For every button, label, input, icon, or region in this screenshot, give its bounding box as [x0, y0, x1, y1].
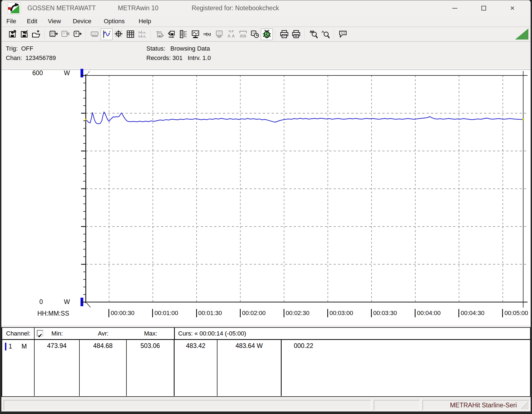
- plot-svg[interactable]: [1, 70, 531, 326]
- statusbar-panel-main: [4, 400, 372, 410]
- toolbar-separator: [334, 29, 334, 40]
- minimize-icon: [452, 8, 457, 9]
- title-brand: GOSSEN METRAWATT: [27, 4, 96, 12]
- menu-view[interactable]: View: [48, 17, 73, 25]
- display-1257-button: 1257: [89, 28, 101, 40]
- measurement-table: Channel: ✔ Min: Avr: Max: Curs: « 00:00:…: [1, 327, 531, 397]
- toolbar-separator: [45, 29, 45, 40]
- device-321-export-button[interactable]: 321: [48, 28, 59, 40]
- x-tick-label: 00:04:30: [458, 309, 484, 317]
- zoom-out-icon: [321, 30, 330, 38]
- menu-device[interactable]: Device: [73, 17, 104, 25]
- channel-list-icon: [179, 30, 188, 38]
- svg-text:321: 321: [51, 32, 55, 35]
- statusbar-panel-device: METRAHit Starline-Seri: [422, 400, 530, 410]
- save-export-icon: [8, 30, 17, 38]
- connected-device-label: METRAHit Starline-Seri: [450, 402, 517, 409]
- formula-fx-icon: =f(x): [203, 30, 212, 38]
- monitor-live-button[interactable]: [190, 28, 201, 40]
- zoom-in-icon: [309, 30, 318, 38]
- x-tick-label: 00:01:30: [196, 309, 222, 317]
- x-tick-label: 00:02:00: [240, 309, 266, 317]
- print-report-button[interactable]: [290, 28, 302, 40]
- channel-number: 1: [9, 343, 12, 350]
- cursor-header: Curs: « 00:00:14 (-05:00): [174, 328, 530, 339]
- toolbar-separator: [86, 29, 86, 40]
- x-tick-label: 00:05:00: [502, 309, 528, 317]
- acquisition-status-panel: Trig: OFF Status: Browsing Data Chan: 12…: [1, 42, 531, 69]
- close-button[interactable]: ✕: [498, 2, 527, 14]
- channel-mode: M: [22, 343, 27, 350]
- device-321-read-button: 321: [213, 28, 225, 40]
- histogram-icon: [138, 30, 147, 38]
- crosshair-target-button[interactable]: [113, 28, 124, 40]
- channel-visible-checkbox[interactable]: ✔: [37, 330, 43, 337]
- svg-text:M: M: [75, 32, 77, 35]
- slider-save-button: [154, 28, 166, 40]
- x-axis-title: HH:MM:SS: [37, 310, 69, 317]
- channel-cell: 1 M: [2, 340, 35, 396]
- channel-header: Channel:: [2, 328, 35, 339]
- toolbar-separator: [305, 29, 305, 40]
- avr-value: 484.68: [80, 340, 127, 396]
- open-folder-button[interactable]: [30, 28, 42, 40]
- menu-file[interactable]: File: [6, 17, 27, 25]
- trig-value: OFF: [21, 45, 33, 52]
- cursor-left-value: 483.42: [175, 340, 217, 396]
- resize-grip[interactable]: [521, 402, 528, 409]
- recorder-clock-button[interactable]: 12: [249, 28, 261, 40]
- toolbar-separator: [275, 29, 276, 40]
- display-1257-icon: 1257: [90, 30, 99, 38]
- data-table-button[interactable]: [124, 28, 136, 40]
- title-registered: Registered for: Notebookcheck: [192, 4, 279, 12]
- slider-restore-icon: [167, 30, 176, 38]
- x-tick-label: 00:02:30: [284, 309, 310, 317]
- svg-text:1257: 1257: [92, 32, 97, 35]
- menu-bar: File Edit View Device Options Help: [1, 16, 531, 27]
- menu-options[interactable]: Options: [104, 17, 139, 25]
- cursor-right-value: 483.64 W: [217, 340, 282, 396]
- channel-list-button[interactable]: [178, 28, 190, 40]
- zoom-in-button[interactable]: [308, 28, 320, 40]
- save-import-button[interactable]: [18, 28, 30, 40]
- open-folder-icon: [32, 30, 40, 38]
- bug-icon: [263, 30, 271, 38]
- data-table-icon: [126, 30, 135, 38]
- device-m-export-button[interactable]: M: [71, 28, 83, 40]
- zoom-out-button[interactable]: [320, 28, 331, 40]
- toolbar-separator: [151, 29, 151, 40]
- status-label: Status: Browsing Data: [146, 45, 210, 52]
- menu-edit[interactable]: Edit: [27, 17, 48, 25]
- measurement-table-header: Channel: ✔ Min: Avr: Max: Curs: « 00:00:…: [2, 328, 530, 340]
- max-value: 503.06: [127, 340, 175, 396]
- minimize-button[interactable]: [440, 2, 469, 14]
- slider-restore-button[interactable]: [166, 28, 178, 40]
- menu-help[interactable]: Help: [139, 17, 151, 25]
- device-321-read-icon: 321: [215, 30, 224, 38]
- device-m-export-icon: M: [73, 30, 82, 38]
- trig-label: Trig: OFF: [6, 45, 33, 54]
- slider-save-icon: [155, 30, 164, 38]
- bug-button[interactable]: [261, 28, 273, 40]
- curve-chart-button[interactable]: [101, 28, 113, 40]
- status-value: Browsing Data: [170, 45, 210, 52]
- svg-text:321: 321: [63, 32, 67, 35]
- toolbar: 321 321 M 1257: [1, 27, 531, 42]
- x-tick-label: 00:04:00: [415, 309, 441, 317]
- x-tick-label: 00:03:00: [327, 309, 353, 317]
- save-import-icon: [20, 30, 28, 38]
- channel-color-bar: [5, 343, 6, 350]
- waveform-button: [237, 28, 249, 40]
- statusbar-panel-secondary: [374, 400, 420, 410]
- print-curve-button[interactable]: [278, 28, 290, 40]
- chart-panel: 600 W 0 W HH:MM:SS 00:00:3000:01:0000:01…: [1, 69, 531, 325]
- maximize-button[interactable]: [469, 2, 498, 14]
- svg-text:123: 123: [341, 32, 345, 35]
- title-app-name: METRAwin 10: [118, 4, 159, 12]
- comment-123-button[interactable]: 123: [337, 28, 349, 40]
- save-export-button[interactable]: [6, 28, 18, 40]
- max-header: Max:: [127, 328, 175, 339]
- power-curve: [86, 112, 523, 124]
- formula-fx-button[interactable]: =f(x): [201, 28, 213, 40]
- avr-header: Avr:: [80, 328, 127, 339]
